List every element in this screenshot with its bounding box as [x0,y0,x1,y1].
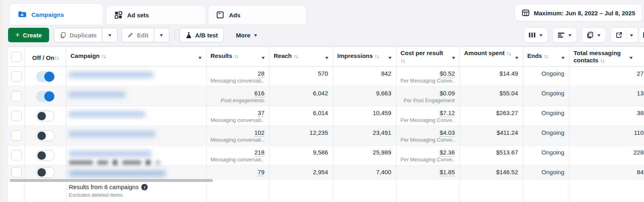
cost-per-result-cell: $1.85 [396,165,460,179]
toolbar-divider [174,29,175,41]
reach-cell: 570 [270,67,333,86]
edit-button[interactable]: Edit [122,28,153,42]
column-label: Amount spent [464,49,505,56]
chevron-down-icon[interactable]: ▼ [629,54,634,62]
ends-cell: Ongoing [523,146,570,165]
row-checkbox[interactable] [11,167,22,177]
flask-icon [186,31,192,39]
table-body: 28Messaging conversati...570842$0.52Per … [8,67,644,179]
duplicate-caret-button[interactable]: ▼ [102,28,117,42]
contacts-cell: 13 [570,87,644,106]
sort-icon[interactable]: ↑↓ [293,53,298,59]
row-checkbox[interactable] [11,91,22,101]
blurred-campaign-name[interactable] [69,131,155,137]
sort-icon[interactable]: ↑↓ [600,58,605,64]
chevron-down-icon: ▼ [253,33,258,37]
results-cell: 218Messaging conversati... [206,146,270,165]
chevron-down-icon[interactable]: ▼ [388,54,393,62]
column-header-amount-spent[interactable]: Amount spent ↑↓ ▼ [460,47,523,66]
tab-label: Ads [229,12,240,19]
reach-cell: 6,014 [270,106,333,126]
clipped-edge-button[interactable] [638,27,644,43]
results-cell: 28Messaging conversati... [206,67,270,86]
more-label: More [236,32,250,39]
chevron-down-icon: ▼ [597,33,602,37]
edit-caret-button[interactable]: ▼ [154,28,169,42]
duplicate-button[interactable]: Duplicate [54,28,102,42]
sort-icon[interactable]: ↑↓ [101,53,106,59]
column-label: Ends [527,52,542,59]
toggle-cell [25,87,66,106]
split-divider [626,30,626,40]
chevron-down-icon: ▼ [629,33,634,37]
chevron-down-icon[interactable]: ▼ [514,54,520,62]
row-checkbox[interactable] [11,150,22,161]
chevron-down-icon[interactable]: ▼ [451,54,456,62]
blurred-campaign-name[interactable] [69,72,153,78]
column-header-off-on[interactable]: Off / On ↑↓ [25,47,66,66]
sort-icon[interactable]: ↑↓ [544,53,548,59]
columns-button[interactable]: ▼ [524,27,548,43]
amount-spent-cell: $14.49 [460,67,523,86]
info-icon[interactable]: i [141,184,148,190]
contacts-cell: 110 [570,126,644,145]
ends-cell: Ongoing [523,126,570,145]
results-cell: 102Messaging conversati... [206,126,270,145]
date-range-button[interactable]: Maximum: Jun 8, 2022 – Jul 8, 2025 [515,5,642,21]
blurred-campaign-name[interactable] [69,111,145,117]
blurred-campaign-name[interactable] [69,91,125,98]
sort-icon[interactable]: ↑↓ [400,58,405,64]
reach-cell: 12,235 [270,126,333,145]
duplicate-label: Duplicate [70,32,97,39]
result-type-label: Messaging conversati... [211,77,264,84]
reports-button[interactable]: ▼ [582,27,606,43]
column-label: Off / On [32,54,54,62]
column-header-total-messaging-contacts[interactable]: Total messaging contacts ↑↓ ▼ [570,47,644,66]
chevron-down-icon[interactable]: ▼ [324,54,330,62]
reach-cell: 6,042 [270,87,333,106]
tab-campaigns[interactable]: Campaigns [10,4,103,25]
tab-ad-sets[interactable]: Ad sets [107,6,205,24]
campaign-name-cell [66,165,206,179]
sort-icon[interactable]: ↑↓ [54,54,59,62]
chevron-down-icon: ▼ [107,33,112,37]
adsets-grid-icon [114,10,123,19]
chevron-down-icon[interactable]: ▼ [198,54,203,62]
column-header-ends[interactable]: Ends ↑↓ ▼ [523,47,570,66]
blurred-campaign-meta [69,160,202,165]
tab-ads[interactable]: Ads [208,6,306,24]
campaign-toggle[interactable] [36,150,55,161]
row-checkbox[interactable] [11,111,22,121]
ab-test-button[interactable]: A/B test [180,28,224,42]
sort-icon[interactable]: ↑↓ [234,53,238,59]
row-checkbox[interactable] [11,130,22,141]
breakdowns-button[interactable]: ▼ [553,27,577,43]
export-button[interactable]: ▼ [611,27,638,43]
cost-per-result-cell: $2.36Per Messaging Conve... [396,146,460,165]
column-label: Total messaging contacts [574,49,621,64]
sort-icon[interactable]: ↑↓ [506,50,511,56]
select-all-checkbox[interactable] [11,52,22,62]
campaign-toggle[interactable] [36,91,55,102]
campaign-toggle[interactable] [36,111,55,122]
campaign-toggle[interactable] [36,167,55,178]
column-header-results[interactable]: Results ↑↓ ▼ [206,47,270,66]
row-checkbox[interactable] [11,71,22,82]
campaign-toggle[interactable] [36,130,55,141]
export-icon [615,31,623,39]
column-header-cost-per-result[interactable]: Cost per result ↑↓ ▼ [396,47,460,66]
chevron-down-icon[interactable]: ▼ [561,54,566,62]
column-header-reach[interactable]: Reach ↑↓ ▼ [270,47,333,66]
column-header-impressions[interactable]: Impressions ↑↓ ▼ [333,47,396,66]
ends-cell: Ongoing [523,87,570,106]
more-button[interactable]: More ▼ [230,28,263,42]
chevron-down-icon[interactable]: ▼ [261,54,266,62]
column-header-campaign[interactable]: Campaign ↑↓ ▼ [66,47,206,66]
blurred-campaign-name[interactable] [69,170,165,177]
blurred-campaign-name[interactable] [69,150,151,157]
sort-icon[interactable]: ↑↓ [375,53,379,59]
results-cell: 79 [206,165,270,179]
create-button[interactable]: + Create [8,28,49,42]
horizontal-scrollbar-thumb[interactable] [10,179,213,182]
campaign-toggle[interactable] [36,71,55,82]
